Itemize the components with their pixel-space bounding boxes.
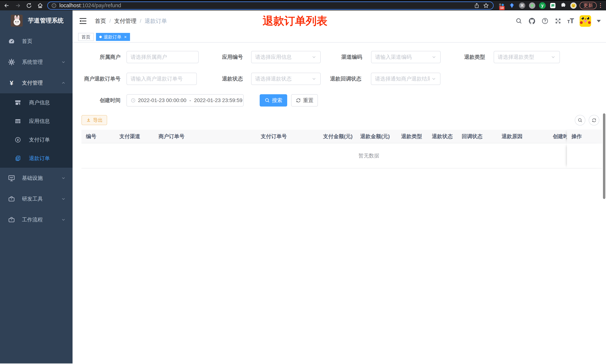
sidebar-item-system[interactable]: 系统管理 [0, 52, 73, 73]
sidebar-item-merchant-info[interactable]: 商户信息 [0, 93, 73, 112]
yen-circle-icon: ¥ [14, 136, 21, 143]
sidebar-item-infrastructure[interactable]: 基础设施 [0, 168, 73, 189]
export-button[interactable]: 导出 [81, 115, 107, 125]
chevron-down-icon [61, 60, 66, 65]
refresh-icon [592, 118, 597, 123]
refund-status-select[interactable]: 请选择退款状态 [251, 73, 321, 85]
fullscreen-icon [554, 17, 562, 25]
filter-notify-status: 退款回调状态 请选择通知商户退款结果的回调状态 [320, 73, 440, 85]
reset-button[interactable]: 重置 [291, 94, 318, 106]
column-header-pay-amount: 支付金额(元) [319, 133, 356, 140]
fullscreen-button[interactable] [554, 17, 562, 25]
placeholder-text: 请选择所属商户 [131, 53, 195, 61]
chrome-update-button[interactable]: 更新 [580, 2, 597, 9]
site-info-icon[interactable] [51, 3, 57, 8]
extensions-puzzle-button[interactable] [560, 2, 566, 9]
sidebar-item-label: 商户信息 [29, 99, 50, 106]
font-size-small-glyph: T [567, 20, 570, 24]
tag-close-icon[interactable]: × [124, 35, 127, 39]
browser-forward-button[interactable] [14, 1, 22, 10]
placeholder-text: 请选择应用信息 [255, 53, 310, 61]
forward-icon [15, 2, 21, 9]
filter-app: 应用编号 请选择应用信息 [199, 51, 321, 63]
sidebar-item-app-info[interactable]: 应用信息 [0, 112, 73, 130]
question-circle-icon [541, 17, 549, 25]
bookmark-star-button[interactable] [482, 2, 490, 9]
chevron-down-icon [61, 196, 66, 201]
font-size-button[interactable]: TT [567, 18, 574, 24]
show-search-toggle-button[interactable] [575, 115, 585, 126]
sidebar-item-payment[interactable]: ¥ 支付管理 [0, 73, 73, 93]
back-icon [3, 2, 10, 9]
extension-emoji[interactable] [570, 2, 577, 9]
extension-gem[interactable] [509, 2, 515, 9]
placeholder-text: 请选择退款状态 [255, 75, 310, 82]
avatar[interactable] [580, 15, 591, 27]
column-header-refund-reason: 退款原因 [497, 133, 548, 140]
topbar: 首页 / 支付管理 / 退款订单 退款订单列表 [73, 10, 606, 32]
extension-command[interactable]: ⌘ [519, 2, 525, 9]
sidebar-item-label: 研发工具 [22, 195, 43, 202]
chevron-down-icon [311, 76, 316, 81]
merchant-input[interactable]: 请选择所属商户 [127, 51, 199, 63]
notify-status-select[interactable]: 请选择通知商户退款结果的回调状态 [371, 73, 440, 85]
merchant-refund-no-input[interactable]: 请输入商户退款订单号 [127, 73, 197, 85]
column-header-create-time: 创建时间 [548, 133, 567, 140]
extension-recorder[interactable] [529, 2, 535, 9]
header-search-button[interactable] [515, 17, 523, 25]
github-button[interactable] [528, 17, 536, 25]
sidebar-item-pay-order[interactable]: ¥ 支付订单 [0, 130, 73, 149]
sidebar-item-label: 支付管理 [22, 79, 43, 86]
app-select[interactable]: 请选择应用信息 [251, 51, 321, 63]
search-icon [264, 98, 270, 103]
page-scrollbar-thumb[interactable] [603, 113, 605, 199]
command-icon: ⌘ [520, 3, 524, 8]
sidebar-item-label: 应用信息 [29, 118, 50, 125]
tag-home[interactable]: 首页 [78, 33, 94, 41]
gear-icon [8, 58, 15, 66]
refund-table: 编号 支付渠道 商户订单号 支付订单号 支付金额(元) 退款金额(元) 退款类型… [81, 130, 602, 169]
monitor-chart-icon [8, 174, 15, 182]
collapse-sidebar-icon[interactable] [79, 17, 87, 25]
avatar-eye [587, 17, 589, 20]
app-logo-row[interactable]: 芋道管理系统 [0, 10, 73, 31]
date-range-input[interactable]: 2022-01-23 00:00:00 - 2022-01-23 23:59:5… [127, 94, 244, 106]
extension-chat[interactable] [550, 2, 556, 9]
sidebar-item-label: 首页 [22, 38, 32, 45]
shop-icon [14, 99, 21, 106]
browser-back-button[interactable] [3, 1, 11, 10]
sidebar-item-dev-tools[interactable]: 研发工具 [0, 189, 73, 209]
browser-home-button[interactable] [36, 1, 44, 10]
browser-reload-button[interactable] [25, 1, 33, 10]
placeholder-text: 请输入渠道编码 [375, 53, 430, 61]
filter-merchant: 所属商户 请选择所属商户 [81, 51, 199, 63]
placeholder-text: 请选择通知商户退款结果的回调状态 [375, 75, 430, 82]
search-button[interactable]: 搜索 [260, 94, 287, 106]
breadcrumb-current: 退款订单 [145, 17, 167, 25]
share-button[interactable] [473, 2, 480, 9]
filter-label: 退款状态 [199, 75, 243, 82]
sidebar-item-workflow[interactable]: 工作流程 [0, 209, 73, 230]
sidebar-item-refund-order[interactable]: 退款订单 [0, 149, 73, 168]
breadcrumb-home[interactable]: 首页 [95, 17, 106, 25]
chevron-down-icon [311, 54, 316, 60]
chrome-menu-button[interactable] [599, 2, 603, 9]
channel-select[interactable]: 请输入渠道编码 [371, 51, 441, 63]
search-icon [578, 118, 583, 123]
tags-view-bar: 首页 退款订单 × [73, 32, 606, 43]
refresh-table-button[interactable] [589, 115, 599, 126]
avatar-caret-icon[interactable] [597, 20, 601, 22]
sidebar-item-label: 系统管理 [22, 59, 43, 66]
sidebar-item-home[interactable]: 首页 [0, 31, 73, 52]
refund-type-select[interactable]: 请选择退款类型 [494, 51, 560, 63]
address-bar[interactable]: localhost:1024/pay/refund [47, 1, 494, 10]
url-text: localhost:1024/pay/refund [59, 2, 471, 9]
extensions-zone: 10 ⌘ y [498, 2, 577, 9]
extension-y[interactable]: y [539, 2, 546, 9]
breadcrumb-separator: / [109, 18, 111, 24]
svg-text:¥: ¥ [17, 138, 19, 142]
help-button[interactable] [541, 17, 549, 25]
tag-refund-order[interactable]: 退款订单 × [96, 33, 130, 41]
breadcrumb-payment[interactable]: 支付管理 [114, 17, 136, 25]
extension-tampermonkey[interactable]: 10 [498, 2, 505, 9]
